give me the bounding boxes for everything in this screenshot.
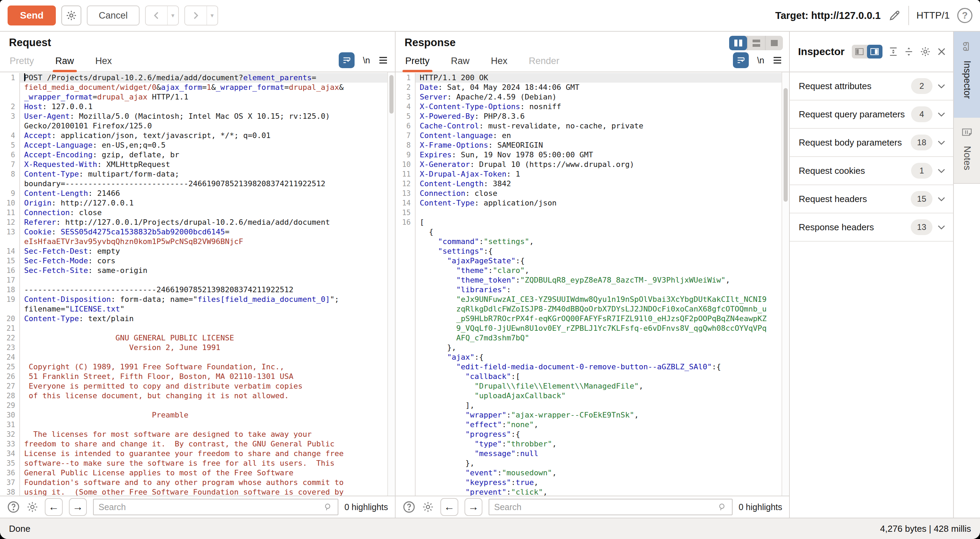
inspector-section-request-attributes[interactable]: Request attributes2 [790, 72, 953, 100]
editor-row: 6Accept-Encoding: gzip, deflate, br [0, 150, 395, 160]
inspector-section-request-headers[interactable]: Request headers15 [790, 185, 953, 213]
response-tab-render[interactable]: Render [528, 56, 560, 71]
inspector-section-response-headers[interactable]: Response headers13 [790, 213, 953, 242]
request-title: Request [9, 36, 51, 49]
search-settings-icon[interactable] [26, 501, 38, 513]
previous-request-button[interactable]: ▾ [145, 5, 179, 25]
response-search-input[interactable] [494, 502, 718, 512]
collapse-all-icon[interactable] [904, 46, 914, 57]
line-number: 38 [0, 487, 19, 496]
search-help-icon[interactable] [402, 501, 415, 514]
send-button[interactable]: Send [8, 5, 56, 25]
layout-rows-button[interactable] [747, 36, 765, 50]
response-search-box[interactable] [488, 499, 733, 515]
expand-all-icon[interactable] [888, 46, 898, 57]
code-line: X-Content-Type-Options: nosniff [415, 102, 789, 111]
inspector-section-request-query-parameters[interactable]: Request query parameters4 [790, 100, 953, 129]
line-number [396, 401, 415, 410]
editor-row: 5Accept-Language: en-US,en;q=0.5 [0, 140, 395, 150]
help-icon[interactable]: ? [957, 8, 972, 23]
next-request-button[interactable]: ▾ [185, 5, 218, 25]
response-tab-hex[interactable]: Hex [490, 56, 508, 71]
http-version-selector[interactable]: HTTP/1 [916, 10, 950, 21]
inspector-section-request-cookies[interactable]: Request cookies1 [790, 157, 953, 185]
editor-row: 30 Preamble [0, 410, 395, 420]
line-number: 28 [0, 391, 19, 401]
find-previous-button[interactable]: ← [441, 498, 458, 516]
code-line: boundary=---------------------------2466… [19, 179, 395, 189]
chevron-down-icon [937, 84, 945, 89]
editor-row: AFQ_c7md3shm7bQ" [396, 333, 789, 343]
code-line: "effect":"none", [415, 420, 789, 430]
previous-dropdown-icon[interactable]: ▾ [167, 6, 178, 25]
find-next-button[interactable]: → [69, 498, 87, 516]
side-tab-inspector[interactable]: Inspector [954, 32, 980, 118]
find-next-button[interactable]: → [465, 498, 482, 516]
line-number [396, 391, 415, 401]
target-label: Target: http://127.0.0.1 [775, 10, 881, 21]
code-line: Version 2, June 1991 [19, 343, 395, 352]
close-inspector-icon[interactable] [937, 47, 946, 57]
response-editor[interactable]: 1HTTP/1.1 200 OK2Date: Sat, 04 May 2024 … [396, 72, 789, 496]
editor-row: 27 Everyone is permitted to copy and dis… [0, 381, 395, 391]
layout-columns-button[interactable] [729, 36, 747, 50]
line-number [396, 420, 415, 430]
editor-row: 34License is intended to guarantee your … [0, 449, 395, 458]
section-count-badge: 18 [911, 135, 932, 151]
line-number: 10 [0, 198, 19, 208]
editor-row: 18-----------------------------246619078… [0, 285, 395, 295]
request-search-input[interactable] [99, 502, 323, 512]
request-editor[interactable]: 1POST /Projects/drupal-10.2.6/media/add/… [0, 72, 395, 496]
search-settings-icon[interactable] [422, 501, 434, 513]
code-line: Everyone is permitted to copy and distri… [19, 381, 395, 391]
dock-right-button[interactable] [867, 45, 882, 59]
word-wrap-toggle[interactable] [733, 52, 749, 68]
response-scrollbar[interactable] [781, 72, 789, 496]
line-number [396, 439, 415, 449]
request-tab-pretty[interactable]: Pretty [9, 56, 35, 71]
inspector-section-request-body-parameters[interactable]: Request body parameters18 [790, 129, 953, 157]
code-line [19, 352, 395, 362]
line-number [0, 121, 19, 131]
section-label: Request attributes [799, 81, 906, 92]
editor-row: 9Content-Length: 21466 [0, 189, 395, 198]
code-line: Sec-Fetch-Dest: empty [19, 246, 395, 256]
code-line: "callback":[ [415, 372, 789, 381]
code-line: Referer: http://127.0.0.1/Projects/drupa… [19, 217, 395, 227]
show-newlines-toggle[interactable]: \n [363, 55, 370, 65]
code-line: Host: 127.0.0.1 [19, 102, 395, 111]
response-tab-pretty[interactable]: Pretty [404, 56, 430, 71]
edit-target-icon[interactable] [888, 9, 901, 22]
inspector-settings-icon[interactable] [920, 46, 931, 57]
editor-menu-icon[interactable] [773, 56, 782, 64]
side-tab-notes[interactable]: Notes [954, 118, 980, 184]
cancel-button[interactable]: Cancel [87, 5, 139, 25]
editor-menu-icon[interactable] [379, 56, 388, 64]
request-search-box[interactable] [93, 499, 338, 515]
find-previous-button[interactable]: ← [45, 498, 63, 516]
section-label: Request headers [799, 194, 906, 205]
layout-single-button[interactable] [765, 36, 783, 50]
request-scrollbar[interactable] [387, 72, 395, 496]
dock-left-button[interactable] [852, 45, 867, 59]
response-tab-raw[interactable]: Raw [450, 56, 470, 71]
request-scrollbar-thumb[interactable] [390, 75, 393, 114]
side-tab-label: Notes [962, 146, 972, 170]
send-settings-button[interactable] [61, 5, 81, 25]
chevron-down-icon [937, 168, 945, 173]
magnifier-icon [718, 502, 727, 512]
line-number: 11 [396, 170, 415, 179]
request-tab-raw[interactable]: Raw [55, 56, 75, 71]
request-tab-hex[interactable]: Hex [95, 56, 113, 71]
response-scrollbar-thumb[interactable] [784, 88, 788, 202]
word-wrap-toggle[interactable] [339, 52, 355, 68]
code-line: "keypress":true, [415, 478, 789, 487]
line-number: 27 [0, 381, 19, 391]
line-number [396, 381, 415, 391]
section-label: Request query parameters [799, 109, 906, 120]
show-newlines-toggle[interactable]: \n [757, 55, 764, 65]
next-dropdown-icon[interactable]: ▾ [207, 6, 218, 25]
search-help-icon[interactable] [7, 501, 20, 514]
line-number [396, 478, 415, 487]
dock-left-icon [855, 48, 864, 55]
